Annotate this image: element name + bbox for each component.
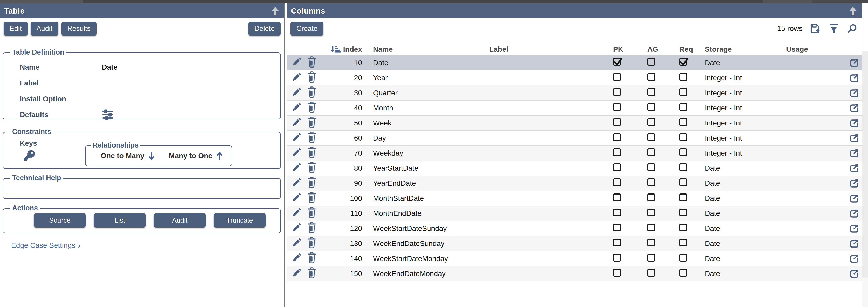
filter-icon[interactable] <box>829 23 839 34</box>
ag-checkbox[interactable] <box>647 178 655 186</box>
pk-checkbox[interactable] <box>613 193 621 201</box>
table-row[interactable]: 90 YearEndDate Date <box>287 176 862 191</box>
edit-row-icon[interactable] <box>292 103 301 111</box>
ag-checkbox[interactable] <box>647 103 655 111</box>
edit-row-icon[interactable] <box>292 58 301 66</box>
req-checkbox[interactable] <box>679 163 687 171</box>
edit-row-icon[interactable] <box>292 133 301 141</box>
ag-checkbox[interactable] <box>647 163 655 171</box>
req-checkbox[interactable] <box>679 133 687 141</box>
table-row[interactable]: 40 Month Integer - Int <box>287 100 862 116</box>
edit-row-icon[interactable] <box>292 223 301 232</box>
ag-checkbox[interactable] <box>647 58 655 66</box>
storage-column-header[interactable]: Storage <box>699 45 781 54</box>
delete-row-icon[interactable] <box>307 177 316 188</box>
pk-checkbox[interactable] <box>613 254 621 262</box>
delete-row-icon[interactable] <box>307 207 316 218</box>
usage-column-header[interactable]: Usage <box>781 45 846 54</box>
req-checkbox[interactable] <box>679 239 687 246</box>
open-usage-external-link-icon[interactable] <box>849 179 859 188</box>
pk-checkbox[interactable] <box>613 58 621 66</box>
key-icon[interactable] <box>24 150 35 161</box>
pk-checkbox[interactable] <box>613 148 621 156</box>
pk-column-header[interactable]: PK <box>609 45 643 54</box>
open-usage-external-link-icon[interactable] <box>849 164 859 173</box>
edit-row-icon[interactable] <box>292 73 301 81</box>
pk-checkbox[interactable] <box>613 103 621 111</box>
edit-row-icon[interactable] <box>292 163 301 172</box>
ag-checkbox[interactable] <box>647 73 655 81</box>
delete-row-icon[interactable] <box>307 147 316 158</box>
pk-checkbox[interactable] <box>613 209 621 216</box>
open-usage-external-link-icon[interactable] <box>849 254 859 264</box>
index-column-header[interactable]: Index <box>321 45 366 54</box>
edit-row-icon[interactable] <box>292 253 301 262</box>
collapse-up-icon[interactable] <box>848 6 857 16</box>
ag-checkbox[interactable] <box>647 193 655 201</box>
table-row[interactable]: 120 WeekStartDateSunday Date <box>287 221 862 236</box>
table-row[interactable]: 70 Weekday Integer - Int <box>287 146 862 161</box>
open-usage-external-link-icon[interactable] <box>849 103 859 113</box>
pk-checkbox[interactable] <box>613 224 621 232</box>
table-row[interactable]: 10 Date Date <box>287 55 862 70</box>
req-checkbox[interactable] <box>679 224 687 232</box>
edit-button[interactable]: Edit <box>4 22 28 36</box>
open-usage-external-link-icon[interactable] <box>849 88 859 98</box>
delete-row-icon[interactable] <box>307 101 316 113</box>
ag-checkbox[interactable] <box>647 224 655 232</box>
audit-button[interactable]: Audit <box>31 22 59 36</box>
pk-checkbox[interactable] <box>613 133 621 141</box>
table-row[interactable]: 50 Week Integer - Int <box>287 116 862 131</box>
create-button[interactable]: Create <box>290 22 323 36</box>
edit-row-icon[interactable] <box>292 148 301 156</box>
req-checkbox[interactable] <box>679 73 687 81</box>
delete-row-icon[interactable] <box>307 222 316 233</box>
ag-checkbox[interactable] <box>647 239 655 246</box>
open-usage-external-link-icon[interactable] <box>849 239 859 248</box>
req-checkbox[interactable] <box>679 193 687 201</box>
delete-row-icon[interactable] <box>307 132 316 143</box>
req-checkbox[interactable] <box>679 209 687 216</box>
delete-row-icon[interactable] <box>307 267 316 278</box>
req-checkbox[interactable] <box>679 254 687 262</box>
open-usage-external-link-icon[interactable] <box>849 149 859 158</box>
req-checkbox[interactable] <box>679 269 687 277</box>
ag-column-header[interactable]: AG <box>643 45 675 54</box>
many-to-one-up-arrow-icon[interactable] <box>216 152 223 160</box>
delete-row-icon[interactable] <box>307 87 316 98</box>
edit-row-icon[interactable] <box>292 208 301 217</box>
defaults-sliders-icon[interactable] <box>102 109 114 121</box>
scrollbar-track[interactable] <box>862 3 868 307</box>
label-column-header[interactable]: Label <box>485 45 609 54</box>
ag-checkbox[interactable] <box>647 133 655 141</box>
table-row[interactable]: 30 Quarter Integer - Int <box>287 86 862 100</box>
pk-checkbox[interactable] <box>613 88 621 96</box>
open-usage-external-link-icon[interactable] <box>849 73 859 83</box>
search-icon[interactable] <box>847 24 857 33</box>
edit-row-icon[interactable] <box>292 239 301 247</box>
pk-checkbox[interactable] <box>613 239 621 246</box>
list-button[interactable]: List <box>94 213 146 227</box>
ag-checkbox[interactable] <box>647 88 655 96</box>
delete-row-icon[interactable] <box>307 162 316 173</box>
table-row[interactable]: 130 WeekEndDateSunday Date <box>287 236 862 251</box>
open-usage-external-link-icon[interactable] <box>849 269 859 278</box>
ag-checkbox[interactable] <box>647 254 655 262</box>
edit-row-icon[interactable] <box>292 118 301 126</box>
req-checkbox[interactable] <box>679 103 687 111</box>
table-row[interactable]: 110 MonthEndDate Date <box>287 206 862 221</box>
audit-action-button[interactable]: Audit <box>154 213 206 227</box>
edit-row-icon[interactable] <box>292 193 301 202</box>
sort-amount-icon[interactable] <box>331 45 341 53</box>
open-usage-external-link-icon[interactable] <box>849 209 859 218</box>
table-row[interactable]: 80 YearStartDate Date <box>287 161 862 176</box>
collapse-up-icon[interactable] <box>271 6 280 16</box>
ag-checkbox[interactable] <box>647 148 655 156</box>
table-row[interactable]: 150 WeekEndDateMonday Date <box>287 266 862 281</box>
pk-checkbox[interactable] <box>613 73 621 81</box>
req-checkbox[interactable] <box>679 88 687 96</box>
open-usage-external-link-icon[interactable] <box>849 58 859 67</box>
pk-checkbox[interactable] <box>613 178 621 186</box>
table-row[interactable]: 60 Day Integer - Int <box>287 131 862 146</box>
pk-checkbox[interactable] <box>613 163 621 171</box>
